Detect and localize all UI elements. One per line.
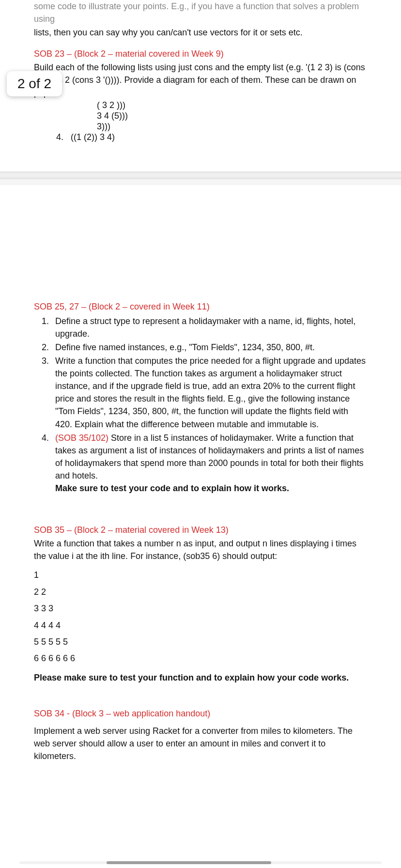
sob23-list-fragments: ( 3 2 ))) 3 4 (5))) 3)))	[34, 99, 367, 131]
scrollbar-thumb[interactable]	[107, 861, 271, 864]
list-num: 3.	[42, 355, 49, 367]
sob35-body: Write a function that takes a number n a…	[34, 537, 367, 562]
sob35-heading: SOB 35 – (Block 2 – material covered in …	[34, 524, 367, 536]
sob23-body: Build each of the following lists using …	[34, 61, 367, 99]
sob25-heading: SOB 25, 27 – (Block 2 – covered in Week …	[34, 300, 367, 313]
horizontal-scrollbar[interactable]	[19, 861, 382, 864]
page-indicator-badge: 2 of 2	[7, 71, 62, 96]
list-num: 2.	[42, 341, 49, 354]
sob23-item-4: 4. ((1 (2)) 3 4)	[34, 132, 367, 142]
sob25-item-4-bold: Make sure to test your code and to expla…	[55, 482, 367, 495]
sob25-item-4: 4. (SOB 35/102) Store in a list 5 instan…	[55, 432, 367, 495]
sob35-line-6: 6 6 6 6 6 6	[34, 651, 367, 666]
sob25-list: 1. Define a struct type to represent a h…	[34, 315, 367, 495]
sob23-heading: SOB 23 – (Block 2 – material covered in …	[34, 47, 367, 60]
sob35-output-example: 1 2 2 3 3 3 4 4 4 4 5 5 5 5 5 6 6 6 6 6 …	[34, 567, 367, 666]
sob35-line-4: 4 4 4 4	[34, 618, 367, 633]
sob23-item-4-num: 4.	[56, 132, 63, 142]
sob35-footer: Please make sure to test your function a…	[34, 671, 367, 684]
top-whitespace	[34, 204, 367, 292]
document-page-2: SOB 25, 27 – (Block 2 – covered in Week …	[0, 185, 401, 868]
sob34-body: Implement a web server using Racket for …	[34, 725, 367, 762]
sob23-frag-3: 3)))	[97, 121, 367, 131]
list-text: Define a struct type to represent a holi…	[55, 316, 355, 339]
list-num: 1.	[42, 315, 49, 327]
sob35-line-3: 3 3 3	[34, 601, 367, 616]
sob35-line-2: 2 2	[34, 584, 367, 600]
sob35-line-1: 1	[34, 567, 367, 583]
page-gap	[0, 171, 401, 179]
sob25-item-3: 3. Write a function that computes the pr…	[55, 355, 367, 431]
list-text: Write a function that computes the price…	[55, 356, 366, 429]
sob34-heading: SOB 34 - (Block 3 – web application hand…	[34, 707, 367, 720]
sob23-frag-1: ( 3 2 )))	[97, 99, 367, 110]
truncated-text-line-1: some code to illustrate your points. E.g…	[34, 0, 367, 25]
sob25-item-1: 1. Define a struct type to represent a h…	[55, 315, 367, 340]
sob35-line-5: 5 5 5 5 5	[34, 634, 367, 650]
sob23-item-4-text: ((1 (2)) 3 4)	[71, 132, 115, 142]
truncated-text-line-2: lists, then you can say why you can/can'…	[34, 26, 367, 39]
sob23-frag-2: 3 4 (5)))	[97, 110, 367, 121]
sob25-item-2: 2. Define five named instances, e.g., "T…	[55, 341, 367, 354]
sob25-item-4-prefix: (SOB 35/102)	[55, 433, 111, 443]
list-num: 4.	[42, 432, 49, 444]
list-text: Define five named instances, e.g., "Tom …	[55, 342, 315, 352]
